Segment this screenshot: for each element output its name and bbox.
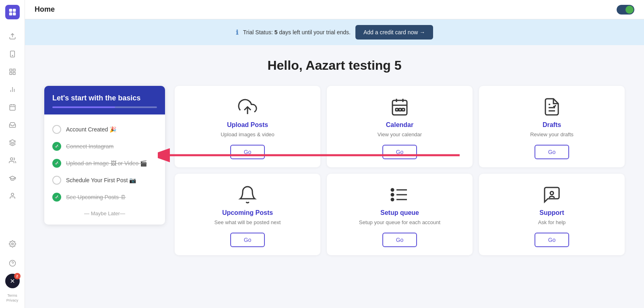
svg-point-43 [550,191,553,195]
bell-icon [238,185,257,204]
checklist-panel: Let's start with the basics Account Crea… [44,86,165,225]
svg-rect-13 [10,105,15,110]
checklist-check-connect-instagram [52,142,61,151]
info-icon: ℹ [236,29,238,36]
sidebar-item-layers[interactable] [5,135,20,150]
drafts-icon [542,97,561,117]
checklist-progress-bar [52,106,157,108]
sidebar-item-grid[interactable] [5,65,20,79]
svg-point-5 [12,55,13,56]
header: Home [25,0,644,19]
svg-rect-6 [10,69,12,71]
sidebar-item-calendar[interactable] [5,100,20,114]
checklist-item-connect-instagram: Connect Instagram [52,138,157,155]
card-title-upload-posts: Upload Posts [227,121,268,129]
checklist-item-account-created: Account Created 🎉 [52,121,157,138]
card-support: Support Ask for help Go [479,174,625,255]
svg-rect-31 [402,108,405,111]
cards-area: Upload Posts Upload images & video Go Ca… [175,86,625,255]
trial-banner: ℹ Trial Status: 5 days left until your t… [25,19,644,45]
card-desc-setup-queue: Setup your queue for each account [359,219,440,226]
checklist-label-connect-instagram: Connect Instagram [66,143,114,150]
card-title-setup-queue: Setup queue [380,209,419,216]
card-title-calendar: Calendar [386,121,413,129]
card-go-support[interactable]: Go [535,233,570,247]
svg-rect-29 [396,108,398,111]
toggle-dot [625,6,634,14]
svg-rect-1 [12,9,16,12]
svg-point-20 [11,243,13,245]
greeting-title: Hello, Aazart testing 5 [44,58,625,73]
calendar-icon [390,97,409,117]
queue-icon [390,185,409,204]
header-toggle[interactable] [617,5,634,15]
maybe-later-button[interactable]: Maybe Later [52,206,157,218]
content-layout: Let's start with the basics Account Crea… [44,86,625,255]
card-setup-queue: Setup queue Setup your queue for each ac… [327,174,473,255]
sidebar-item-hat[interactable] [5,171,20,185]
trial-text: Trial Status: 5 days left until your tri… [243,29,351,35]
checklist-label-account-created: Account Created 🎉 [66,126,116,133]
card-go-upload-posts[interactable]: Go [230,145,265,159]
cards-grid: Upload Posts Upload images & video Go Ca… [175,86,625,255]
sidebar-item-people[interactable] [5,153,20,168]
page-body: Hello, Aazart testing 5 Let's start with… [25,45,644,308]
checklist-label-schedule-post: Schedule Your First Post 📷 [66,177,136,183]
sidebar-item-settings[interactable] [5,237,20,251]
card-calendar: Calendar View your calendar Go [327,86,473,167]
sidebar: 2 Terms Privacy [0,0,25,308]
checklist-label-upload-image: Upload an Image 🖼 or Video 🎬 [66,160,147,166]
sidebar-item-analytics[interactable] [5,82,20,97]
checklist-item-see-upcoming: See Upcoming Posts 🗓 [52,189,157,206]
checklist-title: Let's start with the basics [52,94,157,102]
checklist-check-see-upcoming [52,193,61,202]
svg-rect-30 [399,108,401,111]
sidebar-item-mobile[interactable] [5,47,20,61]
svg-point-18 [10,158,12,160]
sidebar-logo[interactable] [5,5,20,19]
main-content: Home ℹ Trial Status: 5 days left until y… [25,0,644,308]
card-desc-support: Ask for help [538,219,566,226]
checklist-header: Let's start with the basics [44,86,165,114]
card-go-upcoming-posts[interactable]: Go [230,233,265,247]
svg-point-41 [391,194,394,196]
card-go-drafts[interactable]: Go [535,145,570,159]
notification-badge[interactable]: 2 [5,274,20,288]
card-desc-upload-posts: Upload images & video [221,131,275,138]
card-go-calendar[interactable]: Go [382,145,417,159]
card-drafts: Drafts Review your drafts Go [479,86,625,167]
card-desc-drafts: Review your drafts [530,131,574,138]
checklist-label-see-upcoming: See Upcoming Posts 🗓 [66,194,126,200]
svg-rect-3 [12,12,16,16]
svg-rect-8 [10,73,12,75]
checklist-check-upload-image [52,159,61,168]
checklist-check-account-created [52,125,61,134]
card-go-setup-queue[interactable]: Go [382,233,417,247]
notification-count: 2 [14,273,21,279]
svg-marker-17 [9,140,15,143]
support-icon [542,185,561,204]
sidebar-item-person[interactable] [5,189,20,203]
card-upload-posts: Upload Posts Upload images & video Go [175,86,320,167]
card-title-drafts: Drafts [543,121,561,129]
svg-rect-9 [13,73,15,75]
checklist-check-schedule-post [52,176,61,185]
svg-rect-2 [9,12,12,16]
svg-rect-0 [9,9,12,12]
card-title-support: Support [539,209,564,216]
add-credit-card-button[interactable]: Add a credit card now → [355,25,433,40]
sidebar-item-help[interactable] [5,256,20,271]
svg-rect-25 [392,100,407,115]
sidebar-item-upload[interactable] [5,29,20,44]
upload-cloud-icon [238,97,257,117]
svg-point-40 [391,189,394,191]
svg-rect-7 [13,69,15,71]
card-title-upcoming-posts: Upcoming Posts [222,209,273,216]
checklist-item-schedule-post: Schedule Your First Post 📷 [52,172,157,189]
svg-point-42 [391,198,394,201]
checklist-progress-fill [52,106,115,108]
page-title: Home [35,5,55,14]
sidebar-item-inbox[interactable] [5,118,20,132]
checklist-body: Account Created 🎉 Connect Instagram Uplo… [44,114,165,225]
checklist-item-upload-image: Upload an Image 🖼 or Video 🎬 [52,155,157,172]
